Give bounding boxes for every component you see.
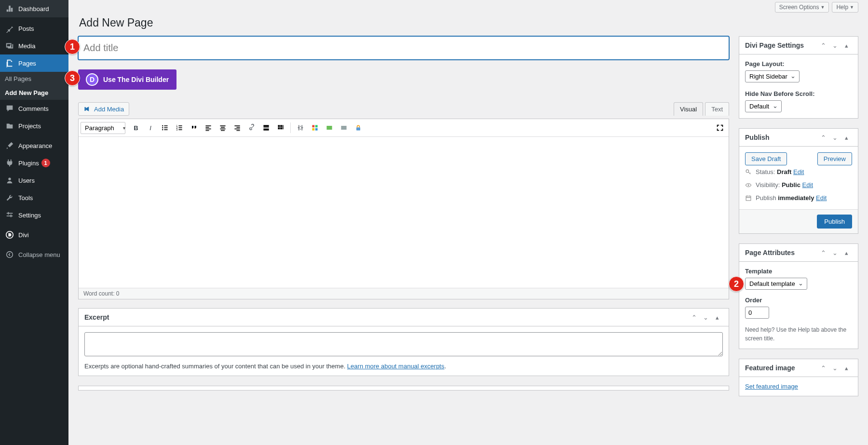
sidebar-item-projects[interactable]: Projects [0, 117, 68, 135]
divi-icon [5, 230, 14, 240]
panel-up-icon[interactable]: ⌃ [817, 361, 829, 375]
featured-image-box: Featured image ⌃ ⌄ ▴ Set featured image [739, 359, 858, 396]
set-featured-image-link[interactable]: Set featured image [745, 383, 798, 390]
key-icon [745, 169, 752, 175]
visibility-edit-link[interactable]: Edit [802, 181, 813, 189]
add-media-button[interactable]: Add Media [78, 102, 129, 116]
panel-toggle-icon[interactable]: ▴ [711, 310, 723, 324]
preview-button[interactable]: Preview [817, 152, 852, 165]
green-block-button[interactable] [323, 121, 336, 135]
save-draft-button[interactable]: Save Draft [745, 152, 787, 165]
excerpt-learn-more-link[interactable]: Learn more about manual excerpts [347, 363, 445, 370]
svg-rect-25 [234, 129, 240, 130]
panel-toggle-icon[interactable]: ▴ [841, 245, 852, 260]
panel-up-icon[interactable]: ⌃ [817, 245, 829, 260]
svg-rect-19 [220, 125, 225, 126]
excerpt-heading: Excerpt [84, 309, 109, 326]
sidebar-subitem-add-new[interactable]: Add New Page [0, 86, 68, 100]
divi-builder-button[interactable]: D Use The Divi Builder [78, 69, 176, 90]
tab-visual[interactable]: Visual [674, 102, 703, 116]
panel-down-icon[interactable]: ⌄ [829, 245, 841, 260]
title-input[interactable] [78, 36, 729, 60]
content-editor[interactable] [79, 137, 729, 288]
sidebar-item-comments[interactable]: Comments [0, 100, 68, 117]
sidebar-item-divi[interactable]: Divi [0, 226, 68, 243]
sidebar-item-dashboard[interactable]: Dashboard [0, 0, 68, 17]
panel-up-icon[interactable]: ⌃ [688, 310, 700, 324]
screen-options-button[interactable]: Screen Options▼ [775, 2, 829, 13]
toolbar-toggle-button[interactable] [274, 121, 287, 135]
svg-rect-18 [205, 130, 209, 131]
lock-button[interactable] [352, 121, 365, 135]
pin-icon [5, 24, 14, 33]
order-input[interactable] [745, 307, 769, 319]
format-select[interactable]: Paragraph [81, 122, 125, 134]
italic-button[interactable]: I [144, 121, 157, 135]
panel-up-icon[interactable]: ⌃ [817, 130, 829, 145]
numbered-list-button[interactable]: 123 [173, 121, 186, 135]
publish-button[interactable]: Publish [817, 215, 852, 229]
brush-icon [5, 141, 14, 150]
svg-rect-6 [164, 127, 167, 128]
dashboard-icon [5, 4, 14, 13]
svg-rect-30 [278, 125, 280, 127]
insert-column-button[interactable] [294, 121, 307, 135]
svg-rect-4 [164, 125, 167, 126]
svg-point-7 [162, 129, 163, 130]
divi-settings-heading: Divi Page Settings [745, 37, 804, 54]
sidebar-item-plugins[interactable]: Plugins 1 [0, 154, 68, 172]
help-button[interactable]: Help▼ [832, 2, 858, 13]
align-center-button[interactable] [216, 121, 230, 135]
svg-rect-22 [221, 130, 225, 131]
sidebar-subitem-all-pages[interactable]: All Pages [0, 72, 68, 86]
sidebar-item-users[interactable]: Users [0, 172, 68, 189]
schedule-edit-link[interactable]: Edit [816, 194, 827, 202]
svg-rect-8 [164, 129, 167, 130]
panel-down-icon[interactable]: ⌄ [700, 310, 711, 324]
svg-rect-37 [312, 128, 314, 131]
panel-toggle-icon[interactable]: ▴ [841, 38, 852, 53]
bold-button[interactable]: B [129, 121, 143, 135]
user-icon [5, 175, 14, 185]
sidebar-label: Posts [18, 25, 34, 32]
panel-down-icon[interactable]: ⌄ [829, 38, 841, 53]
color-grid-button[interactable] [308, 121, 322, 135]
sidebar-item-settings[interactable]: Settings [0, 206, 68, 224]
excerpt-textarea[interactable] [84, 332, 723, 356]
quote-button[interactable] [187, 121, 201, 135]
hide-nav-select[interactable]: Default [745, 100, 782, 112]
align-left-button[interactable] [202, 121, 215, 135]
plugin-update-badge: 1 [41, 159, 50, 167]
svg-rect-16 [205, 127, 209, 128]
tab-text[interactable]: Text [705, 102, 729, 116]
panel-down-icon[interactable]: ⌄ [829, 361, 841, 375]
attributes-help-text: Need help? Use the Help tab above the sc… [745, 325, 852, 343]
align-right-button[interactable] [231, 121, 244, 135]
panel-up-icon[interactable]: ⌃ [817, 38, 829, 53]
template-select[interactable]: Default template [745, 278, 807, 290]
fullscreen-button[interactable] [713, 121, 727, 135]
svg-rect-24 [236, 127, 240, 128]
page-heading: Add New Page [79, 16, 858, 29]
svg-rect-23 [234, 125, 240, 126]
sidebar-item-tools[interactable]: Tools [0, 189, 68, 206]
page-layout-select[interactable]: Right Sidebar [745, 70, 800, 82]
svg-point-42 [746, 170, 749, 173]
panel-down-icon[interactable]: ⌄ [829, 130, 841, 145]
sidebar-item-media[interactable]: Media [0, 37, 68, 54]
divi-page-settings-box: Divi Page Settings ⌃ ⌄ ▴ Page Layout: Ri… [739, 36, 858, 119]
panel-toggle-icon[interactable]: ▴ [841, 361, 852, 375]
bullet-list-button[interactable] [158, 121, 172, 135]
sidebar-item-posts[interactable]: Posts [0, 20, 68, 37]
panel-toggle-icon[interactable]: ▴ [841, 130, 852, 145]
excerpt-box: Excerpt ⌃ ⌄ ▴ Excerpts are optional hand… [78, 308, 729, 376]
gray-block-button[interactable] [337, 121, 351, 135]
sidebar-collapse-button[interactable]: Collapse menu [0, 246, 68, 263]
readmore-button[interactable] [259, 121, 273, 135]
sidebar-item-appearance[interactable]: Appearance [0, 137, 68, 154]
svg-rect-36 [315, 125, 318, 127]
plugin-icon [5, 158, 14, 168]
link-button[interactable] [245, 121, 258, 135]
status-edit-link[interactable]: Edit [793, 168, 804, 175]
sidebar-item-pages[interactable]: Pages [0, 54, 68, 72]
